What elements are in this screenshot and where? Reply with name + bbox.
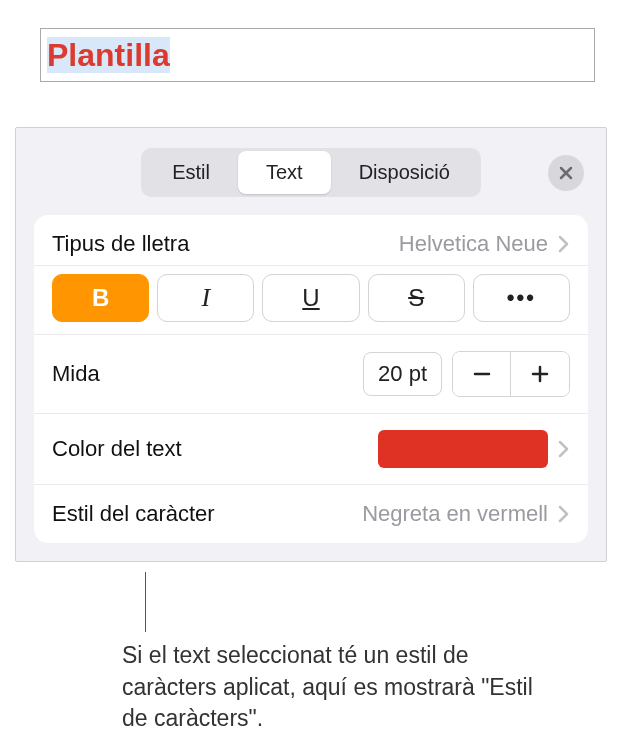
tab-disposicio[interactable]: Disposició	[331, 151, 478, 194]
character-style-row[interactable]: Estil del caràcter Negreta en vermell	[34, 485, 588, 543]
size-label: Mida	[52, 361, 100, 387]
strikethrough-button[interactable]: S	[368, 274, 465, 322]
text-color-label: Color del text	[52, 436, 182, 462]
chevron-right-icon	[558, 505, 570, 523]
size-decrease-button[interactable]	[453, 352, 511, 396]
character-style-label: Estil del caràcter	[52, 501, 215, 527]
minus-icon	[472, 364, 492, 384]
size-stepper	[452, 351, 570, 397]
italic-button[interactable]: I	[157, 274, 254, 322]
font-label: Tipus de lletra	[52, 231, 189, 257]
text-format-row: B I U S •••	[34, 266, 588, 335]
selected-text[interactable]: Plantilla	[47, 37, 170, 73]
font-value: Helvetica Neue	[399, 231, 548, 257]
color-swatch[interactable]	[378, 430, 548, 468]
close-button[interactable]	[548, 155, 584, 191]
tab-text[interactable]: Text	[238, 151, 331, 194]
bold-button[interactable]: B	[52, 274, 149, 322]
close-icon	[558, 165, 574, 181]
font-row[interactable]: Tipus de lletra Helvetica Neue	[34, 215, 588, 266]
format-card: Tipus de lletra Helvetica Neue B I U S •…	[34, 215, 588, 543]
plus-icon	[530, 364, 550, 384]
tab-bar: Estil Text Disposició	[16, 128, 606, 215]
tab-estil[interactable]: Estil	[144, 151, 238, 194]
callout-text: Si el text seleccionat té un estil de ca…	[122, 640, 552, 735]
underline-button[interactable]: U	[262, 274, 359, 322]
segmented-control: Estil Text Disposició	[141, 148, 481, 197]
chevron-right-icon	[558, 440, 570, 458]
text-box[interactable]: Plantilla	[40, 28, 595, 82]
size-value[interactable]: 20 pt	[363, 352, 442, 396]
character-style-value: Negreta en vermell	[362, 501, 548, 527]
size-row: Mida 20 pt	[34, 335, 588, 414]
chevron-right-icon	[558, 235, 570, 253]
more-options-button[interactable]: •••	[473, 274, 570, 322]
text-color-row[interactable]: Color del text	[34, 414, 588, 485]
callout-line	[145, 572, 146, 632]
format-panel: Estil Text Disposició Tipus de lletra He…	[15, 127, 607, 562]
size-increase-button[interactable]	[511, 352, 569, 396]
